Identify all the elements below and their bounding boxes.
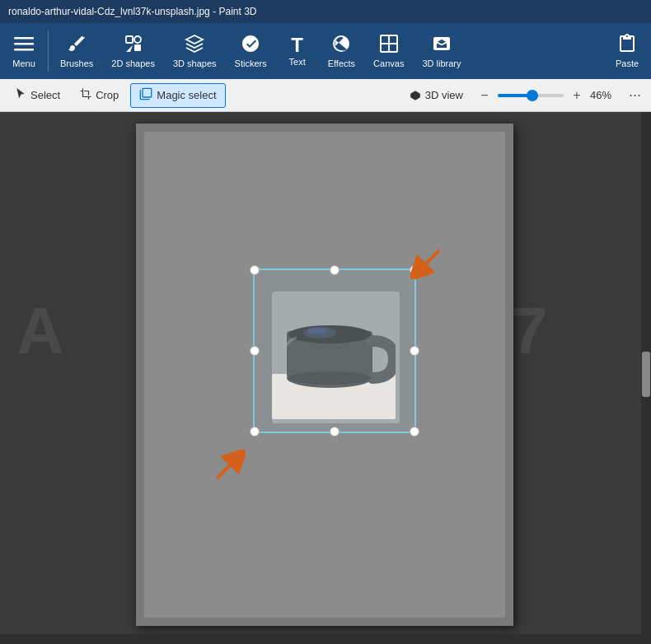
toolbar-text[interactable]: T Text bbox=[277, 26, 318, 76]
zoom-out-button[interactable]: − bbox=[476, 87, 493, 104]
zoom-in-button[interactable]: + bbox=[569, 87, 585, 104]
zoom-percent: 46% bbox=[590, 89, 619, 101]
brushes-label: Brushes bbox=[60, 58, 93, 68]
paste-icon bbox=[617, 34, 637, 57]
canvas-icon bbox=[379, 34, 399, 57]
stickers-label: Stickers bbox=[235, 58, 267, 68]
3d-shapes-icon bbox=[185, 34, 204, 57]
toolbar-effects[interactable]: Effects bbox=[320, 26, 363, 76]
text-label: Text bbox=[289, 57, 306, 67]
sub-toolbar-right: 3D view − + 46% ··· bbox=[403, 86, 644, 105]
svg-rect-6 bbox=[134, 44, 141, 51]
svg-rect-3 bbox=[126, 36, 133, 43]
effects-label: Effects bbox=[328, 58, 355, 68]
toolbar-sep-1 bbox=[48, 30, 49, 72]
svg-marker-5 bbox=[126, 45, 133, 52]
crop-icon bbox=[80, 88, 91, 102]
scrollbar-thumb[interactable] bbox=[642, 352, 650, 397]
2d-shapes-label: 2D shapes bbox=[111, 58, 155, 68]
sub-toolbar: Select Crop Magic select 3D view − bbox=[0, 79, 651, 112]
handle-bc[interactable] bbox=[330, 427, 340, 436]
main-content: A 7 bbox=[0, 112, 651, 644]
toolbar-menu[interactable]: Menu bbox=[3, 26, 44, 76]
svg-rect-0 bbox=[14, 37, 34, 40]
toolbar-stickers[interactable]: Stickers bbox=[227, 26, 275, 76]
text-icon: T bbox=[291, 35, 303, 55]
effects-icon bbox=[331, 34, 351, 57]
crop-tool[interactable]: Crop bbox=[72, 83, 127, 108]
3d-shapes-label: 3D shapes bbox=[173, 58, 217, 68]
select-label: Select bbox=[30, 89, 60, 101]
menu-icon bbox=[14, 34, 34, 57]
3d-library-icon bbox=[432, 34, 452, 57]
toolbar-3d-shapes[interactable]: 3D shapes bbox=[165, 26, 225, 76]
toolbar-brushes[interactable]: Brushes bbox=[52, 26, 101, 76]
handle-tc[interactable] bbox=[330, 265, 340, 275]
selection-box bbox=[253, 268, 416, 433]
svg-marker-10 bbox=[410, 91, 420, 100]
zoom-slider[interactable] bbox=[498, 94, 564, 97]
magic-select-icon bbox=[139, 87, 152, 103]
toolbar: Menu Brushes 2D shapes 3D shapes Sticker… bbox=[0, 23, 651, 79]
paste-label: Paste bbox=[616, 58, 639, 68]
handle-br[interactable] bbox=[410, 427, 419, 436]
toolbar-canvas[interactable]: Canvas bbox=[365, 26, 412, 76]
crop-label: Crop bbox=[96, 89, 119, 101]
3d-view-toggle[interactable]: 3D view bbox=[403, 86, 470, 105]
handle-bl[interactable] bbox=[250, 427, 260, 436]
stickers-icon bbox=[241, 34, 260, 57]
menu-label: Menu bbox=[12, 58, 35, 68]
handle-tl[interactable] bbox=[250, 265, 260, 275]
magic-select-tool[interactable]: Magic select bbox=[130, 83, 225, 108]
canvas-label: Canvas bbox=[373, 58, 404, 68]
scrollbar[interactable] bbox=[641, 112, 651, 644]
canvas-area[interactable]: A 7 bbox=[0, 112, 651, 644]
zoom-slider-thumb bbox=[527, 90, 538, 101]
watermark-left: A bbox=[16, 293, 64, 369]
svg-point-4 bbox=[134, 36, 141, 43]
zoom-controls: − + 46% bbox=[476, 87, 619, 104]
select-icon bbox=[15, 88, 26, 102]
bottom-scrollbar[interactable] bbox=[0, 634, 641, 644]
toolbar-paste[interactable]: Paste bbox=[607, 26, 648, 76]
more-options-button[interactable]: ··· bbox=[625, 86, 644, 104]
select-tool[interactable]: Select bbox=[7, 83, 68, 108]
3d-library-label: 3D library bbox=[422, 58, 461, 68]
toolbar-3d-library[interactable]: 3D library bbox=[414, 26, 469, 76]
handle-ml[interactable] bbox=[250, 346, 260, 356]
2d-shapes-icon bbox=[124, 34, 143, 57]
title-text: ronaldo-arthur-vidal-Cdz_lvnl37k-unsplas… bbox=[8, 6, 256, 17]
magic-select-label: Magic select bbox=[157, 89, 216, 101]
watermark-right: 7 bbox=[511, 293, 548, 369]
svg-rect-2 bbox=[14, 49, 34, 51]
brushes-icon bbox=[67, 34, 87, 57]
3d-view-label: 3D view bbox=[425, 89, 463, 101]
title-bar: ronaldo-arthur-vidal-Cdz_lvnl37k-unsplas… bbox=[0, 0, 651, 23]
toolbar-2d-shapes[interactable]: 2D shapes bbox=[103, 26, 163, 76]
handle-mr[interactable] bbox=[410, 346, 419, 356]
handle-tr[interactable] bbox=[410, 265, 419, 275]
svg-rect-1 bbox=[14, 43, 34, 45]
